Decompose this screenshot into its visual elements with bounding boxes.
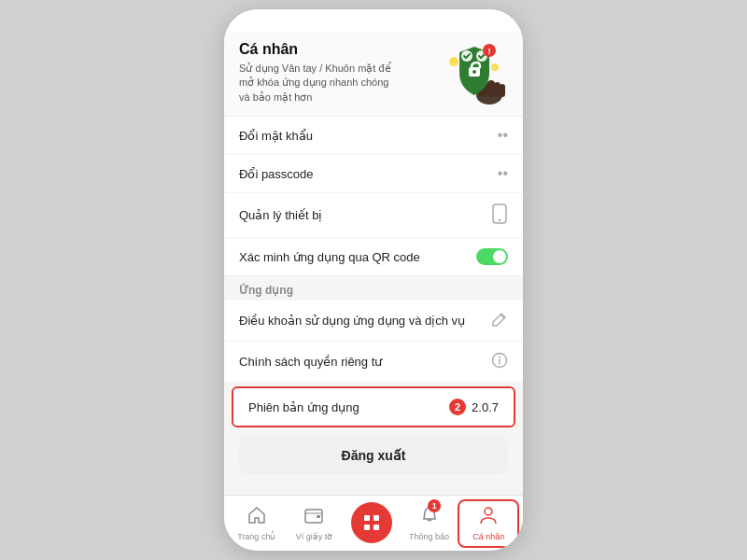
nav-item-ca-nhan[interactable]: Cá nhân bbox=[458, 499, 519, 548]
version-label: Phiên bản ứng dụng bbox=[248, 400, 359, 414]
version-row: Phiên bản ứng dụng 2 2.0.7 bbox=[232, 386, 515, 427]
passcode-icon: •• bbox=[498, 165, 508, 182]
scroll-content[interactable]: Đổi mật khẩu •• Đổi passcode •• Quản lý … bbox=[224, 117, 523, 495]
xac-minh-qr-label: Xác minh ứng dụng qua QR code bbox=[239, 250, 420, 264]
menu-item-quan-ly-thiet-bi[interactable]: Quản lý thiết bị bbox=[224, 193, 523, 238]
svg-rect-4 bbox=[500, 84, 505, 97]
home-icon bbox=[247, 505, 267, 530]
svg-rect-23 bbox=[374, 525, 379, 530]
menu-item-dieu-khoan[interactable]: Điều khoản sử dụng ứng dụng và dịch vụ bbox=[224, 301, 523, 342]
menu-item-doi-mat-khau[interactable]: Đổi mật khẩu •• bbox=[224, 117, 523, 155]
person-icon bbox=[478, 505, 499, 530]
dieu-khoan-label: Điều khoản sử dụng ứng dụng và dịch vụ bbox=[239, 314, 465, 328]
doi-passcode-label: Đổi passcode bbox=[239, 167, 314, 181]
device-icon bbox=[491, 203, 508, 227]
page-title: Cá nhân bbox=[239, 41, 398, 58]
svg-rect-2 bbox=[487, 80, 495, 97]
wallet-icon bbox=[303, 505, 324, 530]
edit-icon bbox=[491, 311, 508, 330]
svg-rect-19 bbox=[317, 515, 320, 518]
bottom-nav: Trang chủ Ví giấy tờ bbox=[224, 495, 523, 551]
header-banner: Cá nhân Sử dụng Vân tay / Khuôn mặt để m… bbox=[224, 32, 523, 117]
version-badge: 2 bbox=[449, 399, 466, 415]
info-icon bbox=[491, 352, 508, 371]
nav-thong-bao-label: Thông báo bbox=[409, 532, 449, 541]
status-bar bbox=[224, 9, 523, 32]
phone-frame: Cá nhân Sử dụng Vân tay / Khuôn mặt để m… bbox=[224, 9, 523, 551]
nav-vi-giay-to-label: Ví giấy tờ bbox=[296, 532, 333, 541]
version-value: 2.0.7 bbox=[472, 400, 499, 414]
ung-dung-section-label: Ứng dụng bbox=[224, 276, 523, 301]
svg-text:!: ! bbox=[488, 47, 491, 56]
qr-toggle[interactable] bbox=[476, 248, 508, 265]
svg-point-8 bbox=[472, 70, 476, 74]
svg-rect-21 bbox=[374, 515, 379, 521]
chinh-sach-label: Chính sách quyền riêng tư bbox=[239, 355, 382, 369]
svg-rect-3 bbox=[494, 82, 500, 97]
nav-item-center[interactable] bbox=[343, 496, 401, 551]
svg-point-14 bbox=[499, 219, 500, 221]
nav-trang-chu-label: Trang chủ bbox=[237, 532, 275, 541]
svg-point-12 bbox=[491, 63, 499, 71]
svg-rect-22 bbox=[364, 525, 370, 530]
center-button[interactable] bbox=[351, 502, 392, 543]
shield-illustration: ! bbox=[441, 41, 508, 108]
nav-item-vi-giay-to[interactable]: Ví giấy tờ bbox=[286, 496, 344, 551]
nav-item-thong-bao[interactable]: 1 Thông báo bbox=[401, 496, 458, 551]
menu-item-doi-passcode[interactable]: Đổi passcode •• bbox=[224, 155, 523, 193]
logout-button[interactable]: Đăng xuất bbox=[239, 437, 508, 474]
doi-mat-khau-label: Đổi mật khẩu bbox=[239, 129, 313, 143]
menu-item-chinh-sach[interactable]: Chính sách quyền riêng tư bbox=[224, 342, 523, 383]
header-subtitle: Sử dụng Vân tay / Khuôn mặt để mở khóa ứ… bbox=[239, 62, 398, 105]
quan-ly-thiet-bi-label: Quản lý thiết bị bbox=[239, 208, 322, 222]
nav-ca-nhan-label: Cá nhân bbox=[472, 532, 504, 541]
svg-point-11 bbox=[449, 57, 458, 66]
svg-rect-20 bbox=[364, 515, 370, 521]
menu-item-xac-minh-qr[interactable]: Xác minh ứng dụng qua QR code bbox=[224, 238, 523, 276]
svg-point-17 bbox=[499, 357, 500, 358]
nav-item-trang-chu[interactable]: Trang chủ bbox=[228, 496, 286, 551]
password-icon: •• bbox=[498, 127, 508, 144]
svg-point-24 bbox=[485, 508, 492, 515]
